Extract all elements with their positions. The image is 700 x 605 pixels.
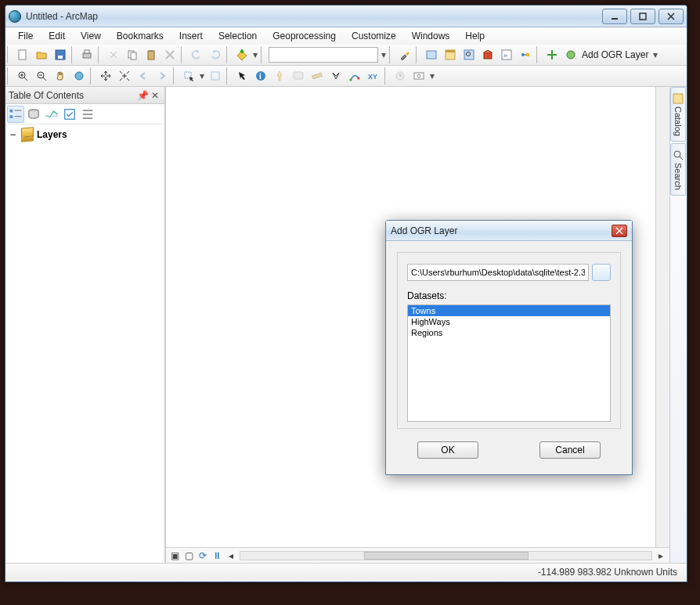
delete-icon[interactable] <box>161 46 179 63</box>
next-extent-icon[interactable] <box>153 67 171 85</box>
catalog-icon[interactable] <box>442 46 459 63</box>
paste-icon[interactable] <box>143 46 160 63</box>
data-view-icon[interactable]: ▣ <box>169 550 180 561</box>
ok-button[interactable]: OK <box>417 441 478 459</box>
svg-rect-37 <box>414 73 424 79</box>
open-icon[interactable] <box>33 46 50 63</box>
go-to-xy-icon[interactable]: XY <box>365 67 382 85</box>
editor-toolbar-icon[interactable] <box>396 46 413 63</box>
refresh-icon[interactable]: ⟳ <box>197 550 208 561</box>
toc-icon[interactable] <box>423 46 440 63</box>
ogr-connect-icon[interactable] <box>543 46 561 63</box>
scale-dropdown[interactable] <box>269 47 378 63</box>
browse-button[interactable] <box>592 264 611 281</box>
new-doc-icon[interactable] <box>14 46 31 63</box>
add-ogr-layer-label[interactable]: Add OGR Layer <box>580 49 651 60</box>
layers-root[interactable]: − Layers <box>10 128 160 142</box>
list-item[interactable]: Towns <box>408 305 610 316</box>
scroll-right-icon[interactable]: ▸ <box>655 550 666 561</box>
hyperlink-icon[interactable] <box>271 67 288 85</box>
copy-icon[interactable] <box>124 46 141 63</box>
separator <box>181 46 186 63</box>
pause-drawing-icon[interactable]: ⏸ <box>211 550 222 561</box>
search-icon <box>672 149 684 161</box>
datasource-path-input[interactable] <box>407 264 589 281</box>
maximize-button[interactable] <box>630 9 655 24</box>
list-item[interactable]: Regions <box>408 327 610 338</box>
arctoolbox-icon[interactable] <box>479 46 496 63</box>
list-by-source-icon[interactable] <box>25 106 42 123</box>
tree-collapse-icon[interactable]: − <box>10 129 18 140</box>
time-slider-icon[interactable] <box>391 67 409 85</box>
identify-icon[interactable]: i <box>252 67 269 85</box>
menu-file[interactable]: File <box>10 29 41 43</box>
menu-view[interactable]: View <box>73 29 109 43</box>
horizontal-scrollbar[interactable] <box>240 551 652 560</box>
menu-customize[interactable]: Customize <box>344 29 404 43</box>
svg-rect-8 <box>131 52 136 59</box>
python-window-icon[interactable]: » <box>498 46 515 63</box>
add-ogr-dropdown[interactable]: ▾ <box>651 46 659 63</box>
menu-edit[interactable]: Edit <box>41 29 73 43</box>
list-by-visibility-icon[interactable] <box>43 106 60 123</box>
modelbuilder-icon[interactable] <box>517 46 534 63</box>
svg-rect-13 <box>446 50 455 52</box>
scale-dropdown-arrow[interactable]: ▾ <box>380 46 388 63</box>
list-by-drawing-order-icon[interactable] <box>7 106 24 123</box>
toolbar-grip[interactable] <box>7 46 12 63</box>
scroll-left-icon[interactable]: ◂ <box>226 550 236 561</box>
coordinates-readout: -114.989 983.982 Unknown Units <box>538 567 677 578</box>
catalog-tab[interactable]: Catalog <box>670 87 686 142</box>
undo-icon[interactable] <box>188 46 205 63</box>
close-button[interactable] <box>659 9 684 24</box>
svg-rect-42 <box>65 109 75 119</box>
find-route-icon[interactable] <box>346 67 363 85</box>
select-features-icon[interactable] <box>180 67 197 85</box>
toc-close-icon[interactable]: ✕ <box>149 89 161 102</box>
add-data-dropdown[interactable]: ▾ <box>251 46 259 63</box>
add-data-icon[interactable] <box>233 46 251 63</box>
menu-bookmarks[interactable]: Bookmarks <box>109 29 171 43</box>
cut-icon[interactable] <box>105 46 122 63</box>
fixed-zoom-out-icon[interactable] <box>116 67 133 85</box>
menu-geoprocessing[interactable]: Geoprocessing <box>265 29 344 43</box>
cancel-button[interactable]: Cancel <box>539 441 601 459</box>
menu-selection[interactable]: Selection <box>211 29 265 43</box>
pan-icon[interactable] <box>52 67 69 85</box>
create-viewer-icon[interactable] <box>410 67 428 85</box>
search-window-icon[interactable] <box>460 46 478 63</box>
find-icon[interactable] <box>327 67 345 85</box>
full-extent-icon[interactable] <box>70 67 88 85</box>
search-tab[interactable]: Search <box>670 143 686 196</box>
main-window: Untitled - ArcMap File Edit View Bookmar… <box>5 5 687 582</box>
select-features-dropdown[interactable]: ▾ <box>198 67 206 85</box>
redo-icon[interactable] <box>207 46 224 63</box>
select-arrow-icon[interactable] <box>233 67 251 85</box>
layout-view-icon[interactable]: ▢ <box>183 550 194 561</box>
minimize-button[interactable] <box>602 9 627 24</box>
dialog-close-icon[interactable] <box>612 225 627 237</box>
ogr-globe-icon[interactable] <box>562 46 579 63</box>
dialog-titlebar[interactable]: Add OGR Layer <box>386 221 632 241</box>
zoom-out-icon[interactable] <box>33 67 50 85</box>
create-viewer-dropdown[interactable]: ▾ <box>428 67 436 85</box>
pin-icon[interactable]: 📌 <box>136 89 149 102</box>
clear-selection-icon[interactable] <box>207 67 224 85</box>
print-icon[interactable] <box>78 46 96 63</box>
toolbar-grip[interactable] <box>7 67 12 85</box>
zoom-in-icon[interactable] <box>14 67 31 85</box>
datasets-listbox[interactable]: Towns HighWays Regions <box>407 304 611 422</box>
html-popup-icon[interactable] <box>290 67 307 85</box>
save-icon[interactable] <box>52 46 69 63</box>
menu-insert[interactable]: Insert <box>171 29 211 43</box>
list-by-selection-icon[interactable] <box>61 106 78 123</box>
menu-help[interactable]: Help <box>457 29 493 43</box>
measure-icon[interactable] <box>309 67 326 85</box>
menu-windows[interactable]: Windows <box>404 29 458 43</box>
list-item[interactable]: HighWays <box>408 316 610 327</box>
toc-tree[interactable]: − Layers <box>5 124 164 563</box>
options-icon[interactable] <box>79 106 96 123</box>
vertical-scrollbar[interactable] <box>655 87 669 547</box>
prev-extent-icon[interactable] <box>135 67 152 85</box>
fixed-zoom-in-icon[interactable] <box>97 67 114 85</box>
